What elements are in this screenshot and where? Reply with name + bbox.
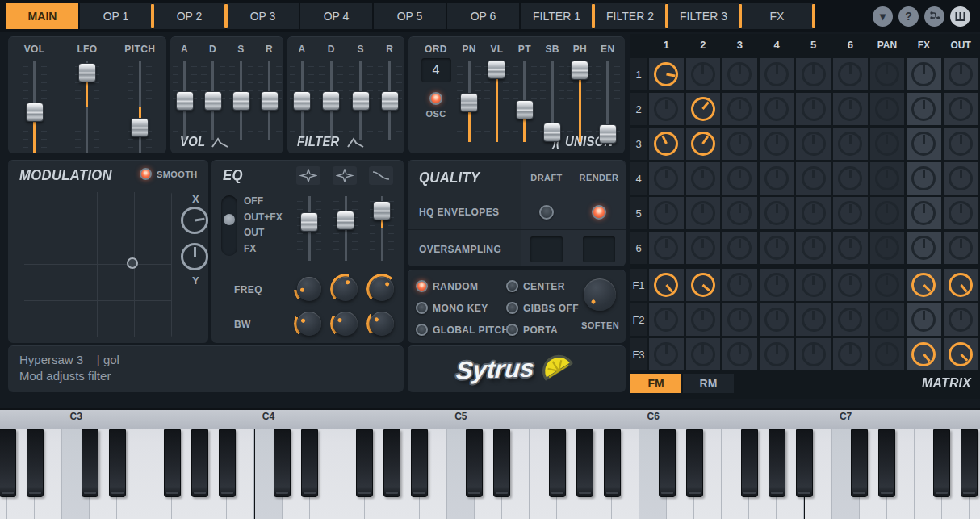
- piano-keyboard[interactable]: C3C4C5C6C7: [0, 408, 980, 519]
- tab-op-4[interactable]: OP 4: [300, 3, 372, 29]
- matrix-knob-4-out[interactable]: [949, 166, 973, 190]
- slider-handle[interactable]: [352, 91, 370, 111]
- peak-band-2-icon[interactable]: [333, 166, 357, 185]
- eq-bw-knob-3[interactable]: [366, 308, 397, 339]
- matrix-knob-f2-3[interactable]: [727, 308, 752, 332]
- matrix-knob-3-4[interactable]: [764, 132, 789, 156]
- eq-freq-knob-1[interactable]: [294, 274, 325, 304]
- matrix-knob-5-5[interactable]: [802, 201, 826, 225]
- black-key-as5[interactable]: [604, 429, 621, 497]
- oversampling-draft-box[interactable]: [530, 236, 563, 262]
- matrix-knob-f3-6[interactable]: [838, 342, 862, 366]
- matrix-knob-4-fx[interactable]: [911, 166, 936, 190]
- matrix-knob-6-6[interactable]: [838, 236, 862, 260]
- tab-op-5[interactable]: OP 5: [374, 3, 446, 29]
- slider-handle[interactable]: [543, 123, 561, 142]
- d-slider[interactable]: [318, 58, 344, 143]
- ph-slider[interactable]: [567, 58, 593, 145]
- matrix-knob-f2-2[interactable]: [691, 308, 715, 332]
- tab-op-1[interactable]: OP 1: [80, 3, 152, 29]
- tab-filter-1[interactable]: FILTER 1: [521, 3, 593, 29]
- pn-slider[interactable]: [456, 58, 482, 145]
- en-slider[interactable]: [595, 58, 621, 145]
- shelf-band-3-icon[interactable]: [369, 166, 393, 185]
- slider-handle[interactable]: [322, 91, 340, 111]
- black-key-gs6[interactable]: [769, 429, 785, 497]
- black-key-cs3[interactable]: [82, 429, 98, 497]
- option-center[interactable]: CENTER: [506, 275, 579, 297]
- lfo-slider[interactable]: [74, 58, 100, 157]
- matrix-knob-2-5[interactable]: [802, 97, 826, 121]
- matrix-knob-f2-1[interactable]: [654, 308, 678, 332]
- unison-order-value[interactable]: 4: [421, 58, 451, 82]
- black-key-fs4[interactable]: [356, 429, 373, 497]
- black-key-gs7[interactable]: [961, 429, 978, 497]
- modulation-point[interactable]: [127, 257, 138, 269]
- eq-freq-knob-2[interactable]: [330, 274, 361, 304]
- matrix-knob-2-4[interactable]: [764, 97, 789, 121]
- global-pitch-led[interactable]: [416, 324, 428, 336]
- oversampling-render-box[interactable]: [583, 236, 615, 262]
- slider-handle[interactable]: [373, 201, 391, 220]
- matrix-knob-6-fx[interactable]: [911, 236, 936, 260]
- black-key-ds5[interactable]: [493, 429, 510, 497]
- matrix-knob-5-out[interactable]: [949, 201, 973, 225]
- matrix-knob-3-2[interactable]: [691, 132, 715, 156]
- eq-bw-knob-1[interactable]: [294, 308, 325, 339]
- matrix-knob-1-fx[interactable]: [911, 62, 936, 86]
- matrix-knob-1-3[interactable]: [727, 62, 752, 86]
- tab-op-2[interactable]: OP 2: [153, 3, 225, 29]
- slider-handle[interactable]: [78, 63, 96, 82]
- matrix-knob-f3-out[interactable]: [949, 342, 973, 366]
- black-key-ds3[interactable]: [109, 429, 126, 497]
- slider-handle[interactable]: [26, 103, 44, 122]
- matrix-knob-f3-pan[interactable]: [875, 342, 899, 366]
- matrix-knob-f2-4[interactable]: [764, 308, 789, 332]
- matrix-knob-4-5[interactable]: [802, 166, 826, 190]
- slider-handle[interactable]: [571, 61, 588, 80]
- matrix-knob-f2-pan[interactable]: [875, 308, 899, 332]
- black-key-gs2[interactable]: [0, 429, 16, 497]
- black-key-gs4[interactable]: [383, 429, 400, 497]
- black-key-as3[interactable]: [219, 429, 236, 497]
- matrix-knob-2-3[interactable]: [727, 97, 752, 121]
- tab-filter-2[interactable]: FILTER 2: [594, 3, 666, 29]
- matrix-knob-1-6[interactable]: [838, 62, 862, 86]
- matrix-knob-f1-1[interactable]: [654, 273, 678, 297]
- matrix-knob-f1-3[interactable]: [727, 273, 752, 297]
- porta-led[interactable]: [506, 324, 518, 336]
- matrix-knob-f2-5[interactable]: [802, 308, 826, 332]
- option-global-pitch[interactable]: GLOBAL PITCH: [416, 319, 509, 341]
- black-key-as2[interactable]: [27, 429, 44, 497]
- r-slider[interactable]: [257, 58, 283, 143]
- eq-band-slider[interactable]: [369, 193, 395, 264]
- sb-slider[interactable]: [539, 58, 565, 145]
- matrix-knob-4-6[interactable]: [838, 166, 862, 190]
- black-key-ds4[interactable]: [301, 429, 318, 497]
- black-key-as6[interactable]: [796, 429, 813, 497]
- matrix-knob-3-fx[interactable]: [911, 132, 936, 156]
- matrix-knob-f1-5[interactable]: [802, 273, 826, 297]
- matrix-knob-3-1[interactable]: [654, 132, 678, 156]
- slider-handle[interactable]: [293, 91, 311, 111]
- pitch-slider[interactable]: [127, 58, 153, 157]
- matrix-knob-5-1[interactable]: [654, 201, 678, 225]
- eq-mode-selector[interactable]: [221, 195, 237, 256]
- matrix-knob-6-4[interactable]: [764, 236, 789, 260]
- mono-key-led[interactable]: [416, 302, 428, 314]
- matrix-knob-3-out[interactable]: [949, 132, 973, 156]
- matrix-knob-5-3[interactable]: [727, 201, 752, 225]
- black-key-ds6[interactable]: [686, 429, 703, 497]
- black-key-cs6[interactable]: [659, 429, 676, 497]
- slider-handle[interactable]: [516, 100, 534, 119]
- random-led[interactable]: [416, 280, 428, 292]
- matrix-knob-6-pan[interactable]: [875, 236, 899, 260]
- slider-handle[interactable]: [488, 60, 505, 79]
- matrix-knob-f2-fx[interactable]: [911, 308, 936, 332]
- eq-freq-knob-3[interactable]: [366, 274, 397, 304]
- slider-handle[interactable]: [337, 211, 354, 230]
- osc-led[interactable]: [429, 92, 442, 105]
- tab-main[interactable]: MAIN: [6, 3, 78, 29]
- matrix-knob-5-fx[interactable]: [911, 201, 936, 225]
- matrix-knob-f1-fx[interactable]: [911, 273, 936, 297]
